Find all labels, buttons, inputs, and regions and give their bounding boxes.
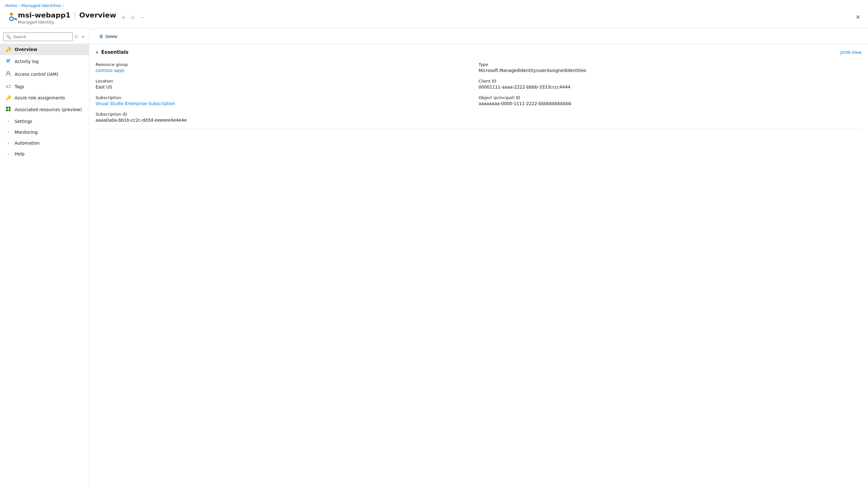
resource-group-link[interactable]: contoso-apps: [96, 68, 125, 73]
toolbar: 🗑 Delete: [89, 29, 868, 44]
expand-icon-settings: ›: [5, 119, 11, 124]
header-actions: ⊹ ☆ ···: [120, 13, 146, 22]
close-button[interactable]: ✕: [853, 12, 863, 22]
delete-label: Delete: [105, 34, 118, 39]
sidebar-label-help: Help: [14, 151, 25, 156]
resource-group-value: contoso-apps: [96, 68, 479, 73]
expand-icon-help: ›: [5, 152, 11, 156]
svg-rect-14: [6, 109, 8, 111]
location-label: Location: [96, 79, 479, 84]
breadcrumb: Home › Managed Identities ›: [0, 0, 868, 10]
svg-rect-13: [9, 107, 10, 109]
sidebar-label-tags: Tags: [14, 84, 24, 89]
sidebar-item-help[interactable]: › Help: [0, 148, 89, 159]
header-text: msi-webapp1 | Overview Managed Identity: [18, 11, 116, 25]
delete-button[interactable]: 🗑 Delete: [96, 32, 121, 41]
page-header: msi-webapp1 | Overview Managed Identity …: [0, 10, 868, 29]
resource-group-label: Resource group: [96, 62, 479, 67]
type-label: Type: [479, 62, 862, 67]
object-id-value: aaaaaaaa-0000-1111-2222-bbbbbbbbbbbb: [479, 101, 862, 106]
more-options-button[interactable]: ···: [139, 13, 146, 22]
sidebar-label-settings: Settings: [14, 119, 32, 124]
sidebar-item-tags[interactable]: 🏷 Tags: [0, 81, 89, 92]
collapse-sidebar-button[interactable]: «: [80, 32, 86, 40]
location-value: East US: [96, 84, 479, 90]
essentials-header: ∧ Essentials JSON View: [96, 50, 862, 55]
object-id-field: Object (principal) ID aaaaaaaa-0000-1111…: [479, 93, 862, 110]
sidebar: 🔍 ◇ « 🔑 Overview: [0, 29, 89, 485]
filter-button[interactable]: ◇: [73, 32, 80, 40]
svg-rect-12: [6, 107, 8, 109]
sidebar-item-settings[interactable]: › Settings: [0, 116, 89, 127]
subscription-id-label: Subscription ID: [96, 112, 479, 117]
json-view-link[interactable]: JSON View: [840, 50, 862, 55]
role-assignments-icon: 🔑: [5, 95, 11, 100]
svg-rect-10: [7, 61, 9, 62]
chevron-left-icon: «: [82, 34, 85, 39]
search-icon: 🔍: [6, 34, 11, 39]
subscription-label: Subscription: [96, 95, 479, 100]
resource-group-field: Resource group contoso-apps: [96, 60, 479, 77]
activity-log-icon: [5, 58, 11, 65]
expand-icon-monitoring: ›: [5, 130, 11, 134]
sidebar-item-activity-log[interactable]: Activity log: [0, 55, 89, 68]
svg-point-2: [9, 17, 13, 21]
collapse-icon[interactable]: ∧: [96, 50, 99, 55]
essentials-title-text: Essentials: [101, 50, 128, 55]
close-icon: ✕: [856, 14, 860, 20]
sidebar-item-automation[interactable]: › Automation: [0, 138, 89, 148]
sidebar-label-overview: Overview: [14, 47, 37, 52]
essentials-grid: Resource group contoso-apps Type Microso…: [96, 60, 862, 126]
type-value: Microsoft.ManagedIdentity/userAssignedId…: [479, 68, 862, 73]
resource-name: msi-webapp1: [18, 11, 70, 19]
object-id-label: Object (principal) ID: [479, 95, 862, 100]
essentials-placeholder: [479, 110, 862, 126]
resource-subtitle: Managed Identity: [18, 20, 116, 25]
client-id-value: 00001111-aaaa-2222-bbbb-3333cccc4444: [479, 84, 862, 90]
sidebar-item-role-assignments[interactable]: 🔑 Azure role assignments: [0, 92, 89, 103]
sidebar-item-iam[interactable]: Access control (IAM): [0, 68, 89, 81]
subscription-field: Subscription Visual Studio Enterprise Su…: [96, 93, 479, 110]
client-id-field: Client ID 00001111-aaaa-2222-bbbb-3333cc…: [479, 77, 862, 93]
resource-icon: [5, 11, 18, 24]
overview-icon: 🔑: [5, 47, 11, 52]
sidebar-item-overview[interactable]: 🔑 Overview: [0, 43, 89, 55]
favorite-button[interactable]: ☆: [129, 13, 136, 22]
sidebar-label-automation: Automation: [14, 141, 40, 146]
client-id-label: Client ID: [479, 79, 862, 84]
sidebar-label-monitoring: Monitoring: [14, 130, 38, 135]
sidebar-label-activity-log: Activity log: [14, 59, 38, 64]
expand-icon-automation: ›: [5, 141, 11, 145]
associated-resources-icon: [5, 106, 11, 113]
essentials-section: ∧ Essentials JSON View Resource group co…: [89, 44, 868, 137]
star-icon: ☆: [131, 14, 135, 20]
sidebar-label-associated-resources: Associated resources (preview): [14, 107, 82, 112]
diamond-icon: ◇: [74, 34, 78, 39]
essentials-title: ∧ Essentials: [96, 50, 128, 55]
search-input[interactable]: [13, 34, 70, 39]
section-divider: [96, 129, 862, 129]
svg-rect-8: [7, 60, 10, 60]
tags-icon: 🏷: [5, 84, 11, 90]
type-field: Type Microsoft.ManagedIdentity/userAssig…: [479, 60, 862, 77]
delete-icon: 🗑: [99, 34, 103, 39]
sidebar-item-associated-resources[interactable]: Associated resources (preview): [0, 103, 89, 116]
svg-rect-15: [9, 109, 10, 111]
sidebar-label-role-assignments: Azure role assignments: [14, 95, 65, 100]
search-row: 🔍 ◇ «: [0, 29, 89, 43]
main-layout: 🔍 ◇ « 🔑 Overview: [0, 29, 868, 485]
content-area: 🗑 Delete ∧ Essentials JSON View Resource…: [89, 29, 868, 485]
page-title: Overview: [79, 11, 116, 19]
search-bar: 🔍: [3, 32, 73, 41]
sidebar-label-iam: Access control (IAM): [14, 72, 58, 77]
subscription-id-value: aaaa0a0a-bb1b-cc2c-dd3d-eeeeee4e4e4e: [96, 118, 479, 123]
breadcrumb-managed-identities[interactable]: Managed Identities: [21, 3, 61, 8]
subscription-link[interactable]: Visual Studio Enterprise Subscription: [96, 101, 175, 106]
iam-icon: [5, 71, 11, 78]
breadcrumb-home[interactable]: Home: [5, 3, 17, 8]
pin-icon: ⊹: [121, 14, 125, 20]
pin-button[interactable]: ⊹: [120, 13, 127, 22]
sidebar-item-monitoring[interactable]: › Monitoring: [0, 127, 89, 138]
subscription-id-field: Subscription ID aaaa0a0a-bb1b-cc2c-dd3d-…: [96, 110, 479, 126]
ellipsis-icon: ···: [140, 14, 144, 20]
